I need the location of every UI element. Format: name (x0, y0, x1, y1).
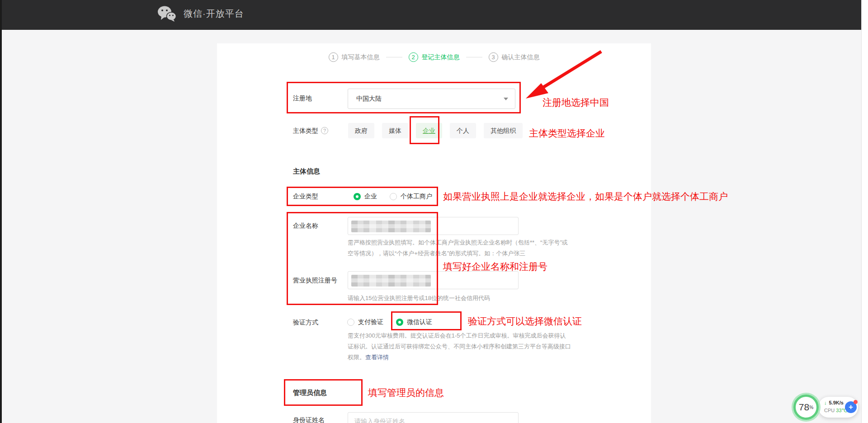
assistant-plus-icon[interactable]: + (845, 401, 857, 413)
top-header-bar: 微信·开放平台 (0, 0, 868, 30)
redbox-admin-info (284, 379, 363, 406)
download-arrow-icon: ↓ (824, 400, 827, 405)
step-connector (386, 57, 402, 57)
brand: 微信·开放平台 (157, 5, 244, 22)
redbox-company-type (287, 187, 438, 206)
step-2-label: 登记主体信息 (422, 53, 460, 61)
step-3-number: 3 (489, 52, 498, 62)
id-name-input-wrap (348, 412, 519, 423)
radio-unselected-icon[interactable] (347, 319, 354, 326)
id-name-label: 身份证姓名 (293, 416, 325, 423)
redbox-reg-location (287, 82, 521, 113)
network-speed-row: ↓ 5.9K/s (824, 400, 844, 405)
step-connector (466, 57, 482, 57)
memory-percent-unit: % (809, 405, 813, 410)
wechat-logo-icon (157, 5, 176, 22)
left-window-edge (0, 0, 2, 423)
page: 微信·开放平台 1 填写基本信息 2 登记主体信息 3 确认主体信息 注册地 中… (0, 0, 868, 423)
redbox-name-license (287, 212, 438, 305)
memory-percent-ring[interactable]: 78 % (793, 395, 819, 420)
verify-help-line3: 权限。查看详情 (348, 352, 389, 363)
annotation-subject-type: 主体类型选择企业 (529, 127, 605, 140)
step-2-number: 2 (409, 52, 418, 62)
subject-type-option-media[interactable]: 媒体 (382, 123, 408, 138)
verify-help-line3-text: 权限。 (348, 354, 365, 361)
help-question-icon[interactable]: ? (321, 127, 328, 134)
subject-type-option-government[interactable]: 政府 (348, 123, 374, 138)
verify-help-line2: 证标识。认证通过后可获得绑定公众号、不同主体小程序和创建第三方平台等高级接口 (348, 341, 571, 352)
verify-help-line1: 需支付300元审核费用。提交认证后会在1-5个工作日完成审核。审核完成后会获得认 (348, 330, 566, 341)
subject-info-section-title: 主体信息 (293, 167, 320, 176)
notification-dot (854, 400, 858, 404)
annotation-name-license: 填写好企业名称和注册号 (443, 260, 547, 273)
plus-glyph: + (849, 403, 853, 412)
step-2: 2 登记主体信息 (409, 52, 460, 62)
cpu-row: CPU 33℃ (824, 408, 847, 414)
scrollbar-track[interactable] (861, 0, 868, 423)
id-name-input[interactable] (348, 413, 518, 423)
step-1: 1 填写基本信息 (329, 52, 380, 62)
download-speed: 5.9K/s (829, 400, 844, 405)
annotation-admin-info: 填写管理员的信息 (368, 386, 444, 399)
verify-option-pay[interactable]: 支付验证 (358, 318, 383, 326)
verify-method-label: 验证方式 (293, 319, 318, 327)
annotation-reg-location: 注册地选择中国 (542, 96, 609, 109)
view-details-link[interactable]: 查看详情 (365, 354, 389, 361)
step-1-number: 1 (329, 52, 338, 62)
app-title: 微信·开放平台 (184, 8, 244, 20)
redbox-enterprise-button (410, 116, 439, 144)
redbox-verify-method (391, 311, 462, 330)
cpu-label: CPU (824, 408, 835, 413)
subject-type-label: 主体类型 (293, 127, 318, 135)
annotation-company-type: 如果营业执照上是企业就选择企业，如果是个体户就选择个体工商户 (443, 190, 728, 203)
annotation-verify-method: 验证方式可以选择微信认证 (468, 315, 582, 328)
subject-type-option-personal[interactable]: 个人 (450, 123, 476, 138)
subject-type-option-other[interactable]: 其他组织 (484, 123, 523, 138)
memory-percent-value: 78 (799, 402, 809, 413)
step-1-label: 填写基本信息 (342, 53, 380, 61)
